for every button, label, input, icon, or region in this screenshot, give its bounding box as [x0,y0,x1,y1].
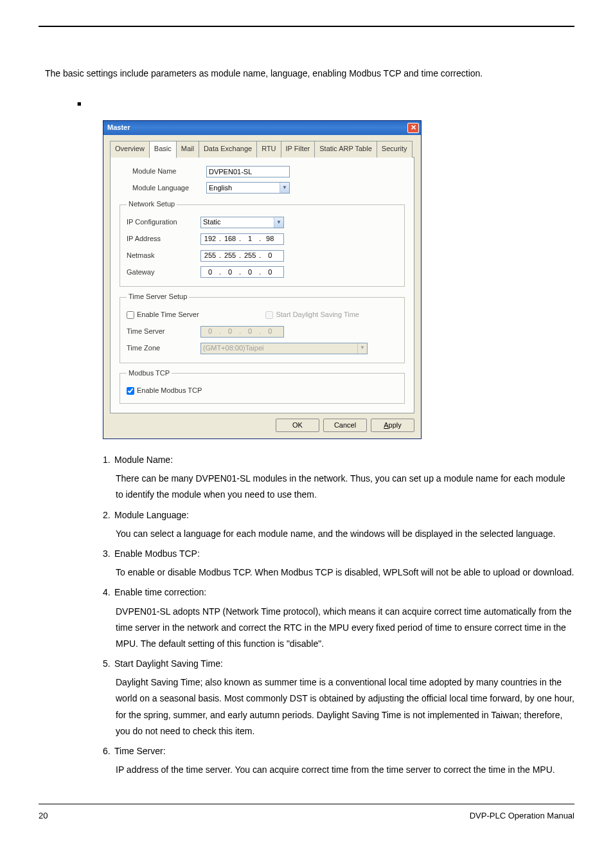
network-setup-legend: Network Setup [127,198,177,211]
ip-address-label: IP Address [127,233,200,246]
close-icon[interactable]: ✕ [407,123,419,133]
module-name-input[interactable] [206,166,290,177]
enable-modbus-checkbox[interactable]: Enable Modbus TCP [127,384,202,397]
ip-config-value: Static [203,216,274,229]
modbus-tcp-legend: Modbus TCP [127,367,172,380]
intro-paragraph: The basic settings include parameters as… [45,66,574,82]
module-lang-value: English [209,182,280,195]
page-footer: 20 DVP-PLC Operation Manual [39,804,574,823]
network-setup-group: Network Setup IP Configuration Static ▼ … [120,198,405,287]
module-name-label: Module Name [132,165,206,178]
time-server-label: Time Server [127,325,200,338]
tab-data-exchange[interactable]: Data Exchange [199,141,257,158]
list-item: 3.Enable Modbus TCP: To enable or disabl… [103,546,574,581]
cancel-button[interactable]: Cancel [323,419,367,432]
time-server-group: Time Server Setup Enable Time Server Sta… [120,291,405,363]
list-item: 5.Start Daylight Saving Time: Daylight S… [103,656,574,739]
tab-ip-filter[interactable]: IP Filter [281,141,315,158]
modbus-tcp-group: Modbus TCP Enable Modbus TCP [120,367,405,404]
ip-address-input[interactable]: 192. 168. 1. 98 [200,233,284,245]
list-item: 1.Module Name: There can be many DVPEN01… [103,452,574,503]
time-zone-dropdown: (GMT+08:00)Taipei ▼ [200,343,368,354]
time-zone-value: (GMT+08:00)Taipei [203,342,357,355]
chevron-down-icon: ▼ [357,343,367,354]
list-item: 4.Enable time correction: DVPEN01-SL ado… [103,584,574,652]
tab-panel-basic: Module Name Module Language English ▼ Ne… [110,157,414,413]
ip-config-dropdown[interactable]: Static ▼ [200,217,284,228]
netmask-label: Netmask [127,249,200,262]
apply-button[interactable]: Apply [371,419,414,432]
titlebar: Master ✕ [103,121,421,135]
tab-overview[interactable]: Overview [110,141,150,158]
page-number: 20 [39,808,48,823]
chevron-down-icon: ▼ [280,183,289,193]
start-dst-checkbox: Start Daylight Saving Time [265,309,359,321]
ip-config-label: IP Configuration [127,216,200,229]
gateway-input[interactable]: 0. 0. 0. 0 [200,266,284,278]
master-dialog: Master ✕ Overview Basic Mail Data Exchan… [103,120,422,439]
tab-mail[interactable]: Mail [176,141,199,158]
dialog-title: Master [107,122,407,134]
ok-button[interactable]: OK [276,419,319,432]
tab-basic[interactable]: Basic [149,141,177,158]
time-server-input: 0. 0. 0. 0 [200,326,284,338]
enable-time-server-checkbox[interactable]: Enable Time Server [127,309,199,321]
description-list: 1.Module Name: There can be many DVPEN01… [103,452,574,778]
list-item: 6.Time Server: IP address of the time se… [103,743,574,778]
gateway-label: Gateway [127,266,200,279]
time-server-legend: Time Server Setup [127,291,189,303]
netmask-input[interactable]: 255. 255. 255. 0 [200,250,284,262]
module-lang-dropdown[interactable]: English ▼ [206,182,290,194]
tab-strip: Overview Basic Mail Data Exchange RTU IP… [110,141,414,158]
list-item: 2.Module Language: You can select a lang… [103,507,574,542]
manual-title: DVP-PLC Operation Manual [470,808,574,823]
tab-security[interactable]: Security [377,141,413,158]
tab-rtu[interactable]: RTU [256,141,281,158]
chevron-down-icon: ▼ [274,217,283,228]
tab-static-arp[interactable]: Static ARP Table [314,141,377,158]
bullet-square: ■ [77,98,574,111]
module-lang-label: Module Language [132,182,206,195]
time-zone-label: Time Zone [127,342,200,355]
